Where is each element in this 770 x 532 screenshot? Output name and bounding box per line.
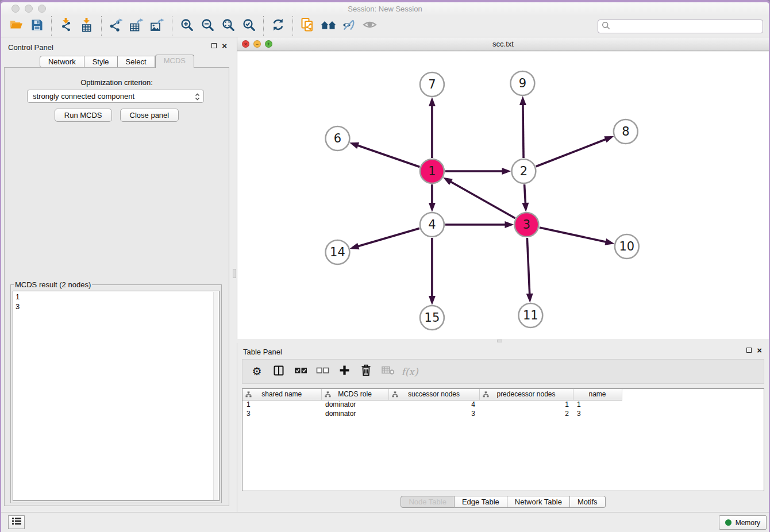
open-session-button[interactable] bbox=[6, 17, 26, 35]
vertical-splitter-grip[interactable] bbox=[233, 269, 236, 278]
column-header-name[interactable]: name bbox=[573, 389, 622, 400]
result-scrollbar[interactable] bbox=[213, 292, 218, 500]
export-network-button[interactable] bbox=[106, 17, 126, 35]
horizontal-splitter[interactable] bbox=[237, 339, 769, 343]
table-cell[interactable]: 2 bbox=[479, 409, 573, 418]
zoom-fit-icon bbox=[222, 18, 235, 34]
import-table-button[interactable] bbox=[76, 17, 97, 35]
graph-edge-4-14[interactable] bbox=[352, 228, 419, 248]
vertical-splitter[interactable] bbox=[233, 37, 237, 512]
graph-edge-3-11[interactable] bbox=[527, 238, 530, 300]
tab-network-table[interactable]: Network Table bbox=[507, 496, 570, 508]
network-window-titlebar[interactable]: ×−+ scc.txt bbox=[237, 37, 769, 51]
table-cell[interactable]: 3 bbox=[242, 409, 321, 418]
tab-motifs[interactable]: Motifs bbox=[570, 496, 606, 508]
tab-select[interactable]: Select bbox=[118, 56, 155, 68]
graph-edge-2-9[interactable] bbox=[523, 99, 523, 158]
toolbar-separator bbox=[101, 16, 102, 36]
graph-node-label: 4 bbox=[428, 218, 436, 232]
gear-icon: ⚙ bbox=[252, 365, 261, 378]
tab-mcds[interactable]: MCDS bbox=[155, 55, 194, 68]
select-all-columns-button[interactable] bbox=[292, 363, 309, 380]
zoom-selected-icon bbox=[242, 18, 256, 34]
node-table-container[interactable]: shared nameMCDS rolesuccessor nodesprede… bbox=[242, 388, 764, 491]
tab-network[interactable]: Network bbox=[40, 56, 84, 68]
import-network-button[interactable] bbox=[56, 17, 76, 35]
float-panel-icon[interactable] bbox=[211, 43, 217, 48]
table-cell[interactable]: 1 bbox=[479, 400, 573, 409]
mcds-result-box[interactable]: 13 bbox=[13, 291, 220, 501]
zoom-out-button[interactable] bbox=[197, 17, 218, 35]
table-cell[interactable]: 1 bbox=[573, 400, 622, 409]
duplicate-network-button[interactable] bbox=[297, 17, 318, 35]
table-cell[interactable]: 1 bbox=[242, 400, 321, 409]
status-bar: Memory bbox=[1, 512, 769, 532]
column-header-label: successor nodes bbox=[408, 390, 460, 398]
show-columns-button[interactable] bbox=[270, 363, 287, 380]
export-image-button[interactable] bbox=[147, 17, 168, 35]
table-cell[interactable]: dominator bbox=[321, 400, 388, 409]
export-table-button[interactable] bbox=[126, 17, 147, 35]
import-table-icon bbox=[81, 18, 93, 34]
zoom-selected-button[interactable] bbox=[238, 17, 259, 35]
zoom-fit-button[interactable] bbox=[218, 17, 238, 35]
export-table-icon bbox=[130, 18, 144, 34]
graph-node-label: 10 bbox=[619, 240, 634, 253]
refresh-view-button[interactable] bbox=[268, 17, 288, 35]
graph-node-label: 14 bbox=[330, 245, 345, 259]
column-header-successor-nodes[interactable]: successor nodes bbox=[388, 389, 479, 400]
graph-edge-1-6[interactable] bbox=[352, 144, 419, 167]
close-panel-button[interactable]: Close panel bbox=[120, 109, 179, 122]
create-column-button[interactable] bbox=[336, 363, 353, 380]
zoom-in-button[interactable] bbox=[176, 17, 197, 35]
table-cell[interactable]: 3 bbox=[573, 409, 622, 418]
app-titlebar: Session: New Session bbox=[1, 2, 769, 15]
search-box[interactable] bbox=[598, 20, 763, 33]
delete-table-button[interactable] bbox=[379, 363, 396, 380]
main-toolbar bbox=[1, 15, 769, 37]
search-input[interactable] bbox=[610, 20, 763, 33]
function-builder-button[interactable]: f(x) bbox=[401, 363, 418, 380]
memory-label: Memory bbox=[736, 519, 760, 527]
toolbar-separator bbox=[263, 16, 264, 36]
table-cell[interactable]: 4 bbox=[388, 400, 479, 409]
tab-edge-table[interactable]: Edge Table bbox=[455, 496, 507, 508]
task-history-button[interactable] bbox=[8, 515, 25, 529]
toolbar-separator bbox=[292, 16, 293, 36]
run-mcds-button[interactable]: Run MCDS bbox=[55, 109, 112, 122]
table-cell[interactable]: dominator bbox=[321, 409, 388, 418]
horizontal-splitter-grip[interactable] bbox=[497, 340, 502, 342]
table-cell[interactable]: 3 bbox=[388, 409, 479, 418]
export-image-icon bbox=[151, 18, 165, 34]
column-header-predecessor-nodes[interactable]: predecessor nodes bbox=[479, 389, 573, 400]
tab-node-table[interactable]: Node Table bbox=[401, 496, 455, 508]
show-all-button[interactable] bbox=[359, 17, 380, 35]
graph-edge-2-3[interactable] bbox=[525, 184, 526, 209]
optimization-criterion-label: Optimization criterion: bbox=[5, 78, 229, 87]
first-neighbors-button[interactable] bbox=[318, 17, 338, 35]
graph-edge-2-8[interactable] bbox=[536, 137, 611, 167]
memory-button[interactable]: Memory bbox=[719, 515, 767, 530]
table-cell-filler bbox=[622, 400, 764, 409]
column-header-shared-name[interactable]: shared name bbox=[242, 389, 321, 400]
graph-edge-3-1[interactable] bbox=[445, 179, 515, 218]
unselect-all-columns-button[interactable] bbox=[314, 363, 331, 380]
save-session-button[interactable] bbox=[26, 17, 47, 35]
select-all-icon bbox=[294, 366, 307, 377]
table-panel: Table Panel × ⚙f(x) shared nameMCDS role… bbox=[237, 343, 769, 512]
column-header-MCDS-role[interactable]: MCDS role bbox=[321, 389, 388, 400]
table-row[interactable]: 3dominator323 bbox=[242, 409, 764, 418]
delete-columns-button[interactable] bbox=[357, 363, 375, 380]
close-panel-icon[interactable]: × bbox=[222, 43, 227, 49]
mcds-result-value: 3 bbox=[16, 302, 219, 311]
table-row[interactable]: 1dominator411 bbox=[242, 400, 764, 409]
close-table-panel-icon[interactable]: × bbox=[757, 347, 762, 353]
plus-icon bbox=[339, 365, 350, 378]
network-canvas[interactable]: 1234678910111415 bbox=[237, 52, 769, 339]
criterion-select[interactable]: strongly connected component bbox=[27, 90, 204, 103]
float-table-panel-icon[interactable] bbox=[746, 348, 752, 353]
tab-style[interactable]: Style bbox=[84, 56, 118, 68]
graph-edge-3-10[interactable] bbox=[540, 228, 612, 243]
hide-selected-button[interactable] bbox=[338, 17, 359, 35]
table-settings-button[interactable]: ⚙ bbox=[248, 363, 265, 380]
